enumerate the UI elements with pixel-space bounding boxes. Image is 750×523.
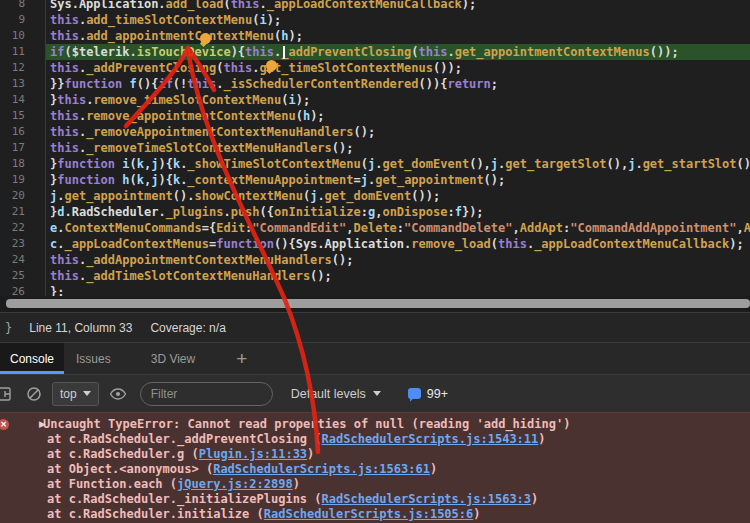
line-number[interactable]: 11 xyxy=(0,44,46,60)
editor-status-bar: } Line 11, Column 33 Coverage: n/a xyxy=(0,312,750,342)
code-lines: 8Sys.Application.add_load(this._appLoadC… xyxy=(0,0,750,296)
line-number[interactable]: 9 xyxy=(0,12,46,28)
line-number[interactable]: 12 xyxy=(0,60,46,76)
add-tab-button[interactable]: + xyxy=(230,343,253,374)
code-text: Sys.Application.add_load(this._appLoadCo… xyxy=(46,0,750,12)
code-line[interactable]: 23c._appLoadContextMenus=function(){Sys.… xyxy=(0,236,750,252)
devtools-window: 8Sys.Application.add_load(this._appLoadC… xyxy=(0,0,750,523)
code-text: }d.RadScheduler._plugins.push({onInitial… xyxy=(46,204,750,220)
tab-console[interactable]: Console xyxy=(0,343,64,374)
console-messages: ✕ ▶ Uncaught TypeError: Cannot read prop… xyxy=(0,412,750,523)
source-link[interactable]: RadSchedulerScripts.js:1505:6 xyxy=(264,507,474,521)
code-line[interactable]: 15this.remove_appointmentContextMenu(h); xyxy=(0,108,750,124)
code-line[interactable]: 12this._addPreventClosing(this.get_timeS… xyxy=(0,60,750,76)
log-levels-dropdown[interactable]: Default levels xyxy=(285,386,387,402)
code-line[interactable]: 24this._addAppointmentContextMenuHandler… xyxy=(0,252,750,268)
console-toolbar: top Default levels 99+ xyxy=(0,374,750,412)
code-text: c._appLoadContextMenus=function(){Sys.Ap… xyxy=(46,236,750,252)
code-text: }}function f(){if(!this._isSchedulerCont… xyxy=(46,76,750,92)
line-number[interactable]: 17 xyxy=(0,140,46,156)
console-filter-input[interactable] xyxy=(140,382,273,406)
stack-frame: at Object.<anonymous> (RadSchedulerScrip… xyxy=(0,462,750,477)
code-line[interactable]: 25this._addTimeSlotContextMenuHandlers()… xyxy=(0,268,750,284)
code-text: }function i(k,j){k._showTimeSlotContextM… xyxy=(46,156,750,172)
horizontal-scrollbar-thumb[interactable] xyxy=(6,299,750,308)
source-link[interactable]: jQuery.js:2:2898 xyxy=(177,477,293,491)
javascript-context-dropdown[interactable]: top xyxy=(52,382,99,406)
live-expression-eye-icon[interactable] xyxy=(109,387,127,401)
code-text: this._removeAppointmentContextMenuHandle… xyxy=(46,124,750,140)
log-levels-label: Default levels xyxy=(291,387,366,401)
cursor-position-label: Line 11, Column 33 xyxy=(29,321,132,335)
code-line[interactable]: 26}; xyxy=(0,284,750,296)
console-drawer-tabbar: ConsoleIssues3D View+ xyxy=(0,342,750,374)
line-number[interactable]: 14 xyxy=(0,92,46,108)
line-number[interactable]: 20 xyxy=(0,188,46,204)
stack-frame: at c.RadScheduler._addPreventClosing (Ra… xyxy=(0,432,750,447)
code-line[interactable]: 9this.add_timeSlotContextMenu(i); xyxy=(0,12,750,28)
code-line[interactable]: 10this.add_appointmentContextMenu(h); xyxy=(0,28,750,44)
stack-frame: at c.RadScheduler.initialize (RadSchedul… xyxy=(0,507,750,522)
code-text: j.get_appointment().showContextMenu(j.ge… xyxy=(46,188,750,204)
source-link[interactable]: RadSchedulerScripts.js:1563:3 xyxy=(322,492,532,506)
code-text: }function h(k,j){k._contextMenuAppointme… xyxy=(46,172,750,188)
code-text: this._removeTimeSlotContextMenuHandlers(… xyxy=(46,140,750,156)
code-text: this.remove_appointmentContextMenu(h); xyxy=(46,108,750,124)
code-line[interactable]: 17this._removeTimeSlotContextMenuHandler… xyxy=(0,140,750,156)
line-number[interactable]: 25 xyxy=(0,268,46,284)
console-sidebar-icon[interactable] xyxy=(0,386,13,402)
code-text: }this.remove_timeSlotContextMenu(i); xyxy=(46,92,750,108)
code-line[interactable]: 11if($telerik.isTouchDevice){this._addPr… xyxy=(0,44,750,60)
tab-3d-view[interactable]: 3D View xyxy=(141,343,205,374)
code-text: if($telerik.isTouchDevice){this._addPrev… xyxy=(46,44,750,60)
code-line[interactable]: 14}this.remove_timeSlotContextMenu(i); xyxy=(0,92,750,108)
code-line[interactable]: 21}d.RadScheduler._plugins.push({onIniti… xyxy=(0,204,750,220)
stack-expander-icon[interactable]: ▶ xyxy=(33,418,52,430)
code-line[interactable]: 16this._removeAppointmentContextMenuHand… xyxy=(0,124,750,140)
code-text: this._addTimeSlotContextMenuHandlers(); xyxy=(46,268,750,284)
error-icon: ✕ xyxy=(0,419,9,430)
line-number[interactable]: 16 xyxy=(0,124,46,140)
line-number[interactable]: 13 xyxy=(0,76,46,92)
pretty-print-icon[interactable]: } xyxy=(5,321,12,335)
code-line[interactable]: 13}}function f(){if(!this._isSchedulerCo… xyxy=(0,76,750,92)
stack-frame: at c.RadScheduler.g (Plugin.js:11:33) xyxy=(0,447,750,462)
stack-frame: at c.RadScheduler._initializePlugins (Ra… xyxy=(0,492,750,507)
code-line[interactable]: 20j.get_appointment().showContextMenu(j.… xyxy=(0,188,750,204)
coverage-label: Coverage: n/a xyxy=(150,321,225,335)
line-number[interactable]: 19 xyxy=(0,172,46,188)
line-number[interactable]: 10 xyxy=(0,28,46,44)
issues-count: 99+ xyxy=(427,387,448,401)
chevron-down-icon xyxy=(83,391,91,396)
line-number[interactable]: 15 xyxy=(0,108,46,124)
message-bubble-icon xyxy=(408,388,421,399)
source-link[interactable]: RadSchedulerScripts.js:1543:11 xyxy=(322,432,539,446)
stack-trace: at c.RadScheduler._addPreventClosing (Ra… xyxy=(0,432,750,522)
code-text: this.add_appointmentContextMenu(h); xyxy=(46,28,750,44)
line-number[interactable]: 18 xyxy=(0,156,46,172)
line-number[interactable]: 22 xyxy=(0,220,46,236)
code-line[interactable]: 22e.ContextMenuCommands={Edit:"CommandEd… xyxy=(0,220,750,236)
code-line[interactable]: 18}function i(k,j){k._showTimeSlotContex… xyxy=(0,156,750,172)
code-text: this._addAppointmentContextMenuHandlers(… xyxy=(46,252,750,268)
line-number[interactable]: 21 xyxy=(0,204,46,220)
inline-breakpoint-marker[interactable] xyxy=(200,33,211,44)
code-text: }; xyxy=(46,284,750,296)
code-text: e.ContextMenuCommands={Edit:"CommandEdit… xyxy=(46,220,750,236)
line-number[interactable]: 26 xyxy=(0,284,46,296)
code-line[interactable]: 19}function h(k,j){k._contextMenuAppoint… xyxy=(0,172,750,188)
source-link[interactable]: RadSchedulerScripts.js:1563:61 xyxy=(213,462,430,476)
code-text: this.add_timeSlotContextMenu(i); xyxy=(46,12,750,28)
inline-breakpoint-marker[interactable] xyxy=(266,60,277,71)
code-text: this._addPreventClosing(this.get_timeSlo… xyxy=(46,60,750,76)
tab-issues[interactable]: Issues xyxy=(66,343,121,374)
horizontal-scrollbar-track[interactable] xyxy=(0,296,750,312)
line-number[interactable]: 24 xyxy=(0,252,46,268)
code-line[interactable]: 8Sys.Application.add_load(this._appLoadC… xyxy=(0,0,750,12)
line-number[interactable]: 8 xyxy=(0,0,46,12)
clear-console-icon[interactable] xyxy=(26,386,42,402)
source-link[interactable]: Plugin.js:11:33 xyxy=(199,447,307,461)
line-number[interactable]: 23 xyxy=(0,236,46,252)
text-caret xyxy=(283,46,285,59)
issues-counter-button[interactable]: 99+ xyxy=(402,386,454,402)
